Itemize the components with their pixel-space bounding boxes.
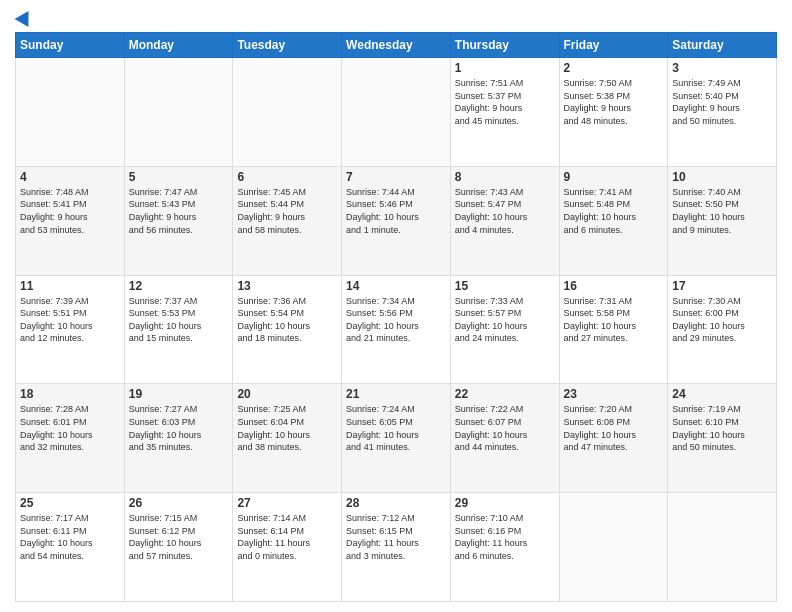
calendar-cell: 3Sunrise: 7:49 AM Sunset: 5:40 PM Daylig… xyxy=(668,58,777,167)
day-number: 6 xyxy=(237,170,337,184)
calendar-cell: 21Sunrise: 7:24 AM Sunset: 6:05 PM Dayli… xyxy=(342,384,451,493)
day-number: 23 xyxy=(564,387,664,401)
day-number: 21 xyxy=(346,387,446,401)
day-number: 22 xyxy=(455,387,555,401)
calendar-cell xyxy=(668,493,777,602)
day-number: 28 xyxy=(346,496,446,510)
day-info: Sunrise: 7:14 AM Sunset: 6:14 PM Dayligh… xyxy=(237,512,337,562)
day-number: 15 xyxy=(455,279,555,293)
weekday-header: Saturday xyxy=(668,33,777,58)
calendar-cell: 12Sunrise: 7:37 AM Sunset: 5:53 PM Dayli… xyxy=(124,275,233,384)
calendar-cell: 24Sunrise: 7:19 AM Sunset: 6:10 PM Dayli… xyxy=(668,384,777,493)
day-info: Sunrise: 7:12 AM Sunset: 6:15 PM Dayligh… xyxy=(346,512,446,562)
calendar-week-row: 18Sunrise: 7:28 AM Sunset: 6:01 PM Dayli… xyxy=(16,384,777,493)
day-info: Sunrise: 7:48 AM Sunset: 5:41 PM Dayligh… xyxy=(20,186,120,236)
calendar-cell: 23Sunrise: 7:20 AM Sunset: 6:08 PM Dayli… xyxy=(559,384,668,493)
day-info: Sunrise: 7:31 AM Sunset: 5:58 PM Dayligh… xyxy=(564,295,664,345)
day-info: Sunrise: 7:36 AM Sunset: 5:54 PM Dayligh… xyxy=(237,295,337,345)
calendar-cell: 20Sunrise: 7:25 AM Sunset: 6:04 PM Dayli… xyxy=(233,384,342,493)
day-number: 5 xyxy=(129,170,229,184)
calendar-header-row: SundayMondayTuesdayWednesdayThursdayFrid… xyxy=(16,33,777,58)
day-info: Sunrise: 7:17 AM Sunset: 6:11 PM Dayligh… xyxy=(20,512,120,562)
logo-icon xyxy=(15,7,36,27)
day-number: 16 xyxy=(564,279,664,293)
logo-text xyxy=(15,10,33,24)
calendar-cell: 22Sunrise: 7:22 AM Sunset: 6:07 PM Dayli… xyxy=(450,384,559,493)
calendar-cell: 15Sunrise: 7:33 AM Sunset: 5:57 PM Dayli… xyxy=(450,275,559,384)
calendar-cell xyxy=(342,58,451,167)
calendar-cell: 29Sunrise: 7:10 AM Sunset: 6:16 PM Dayli… xyxy=(450,493,559,602)
weekday-header: Thursday xyxy=(450,33,559,58)
calendar-cell: 25Sunrise: 7:17 AM Sunset: 6:11 PM Dayli… xyxy=(16,493,125,602)
day-number: 18 xyxy=(20,387,120,401)
calendar-cell: 7Sunrise: 7:44 AM Sunset: 5:46 PM Daylig… xyxy=(342,166,451,275)
day-number: 1 xyxy=(455,61,555,75)
calendar-cell: 4Sunrise: 7:48 AM Sunset: 5:41 PM Daylig… xyxy=(16,166,125,275)
page: SundayMondayTuesdayWednesdayThursdayFrid… xyxy=(0,0,792,612)
calendar-cell: 8Sunrise: 7:43 AM Sunset: 5:47 PM Daylig… xyxy=(450,166,559,275)
day-info: Sunrise: 7:28 AM Sunset: 6:01 PM Dayligh… xyxy=(20,403,120,453)
weekday-header: Monday xyxy=(124,33,233,58)
logo xyxy=(15,10,33,24)
calendar-cell: 11Sunrise: 7:39 AM Sunset: 5:51 PM Dayli… xyxy=(16,275,125,384)
day-number: 24 xyxy=(672,387,772,401)
day-number: 29 xyxy=(455,496,555,510)
calendar-week-row: 25Sunrise: 7:17 AM Sunset: 6:11 PM Dayli… xyxy=(16,493,777,602)
weekday-header: Sunday xyxy=(16,33,125,58)
day-number: 11 xyxy=(20,279,120,293)
weekday-header: Wednesday xyxy=(342,33,451,58)
day-info: Sunrise: 7:30 AM Sunset: 6:00 PM Dayligh… xyxy=(672,295,772,345)
day-info: Sunrise: 7:22 AM Sunset: 6:07 PM Dayligh… xyxy=(455,403,555,453)
calendar-week-row: 1Sunrise: 7:51 AM Sunset: 5:37 PM Daylig… xyxy=(16,58,777,167)
calendar-cell: 17Sunrise: 7:30 AM Sunset: 6:00 PM Dayli… xyxy=(668,275,777,384)
calendar-cell: 5Sunrise: 7:47 AM Sunset: 5:43 PM Daylig… xyxy=(124,166,233,275)
day-number: 12 xyxy=(129,279,229,293)
day-info: Sunrise: 7:19 AM Sunset: 6:10 PM Dayligh… xyxy=(672,403,772,453)
day-number: 20 xyxy=(237,387,337,401)
day-info: Sunrise: 7:10 AM Sunset: 6:16 PM Dayligh… xyxy=(455,512,555,562)
day-number: 14 xyxy=(346,279,446,293)
day-number: 13 xyxy=(237,279,337,293)
day-number: 3 xyxy=(672,61,772,75)
calendar-cell: 10Sunrise: 7:40 AM Sunset: 5:50 PM Dayli… xyxy=(668,166,777,275)
day-info: Sunrise: 7:25 AM Sunset: 6:04 PM Dayligh… xyxy=(237,403,337,453)
calendar-cell: 26Sunrise: 7:15 AM Sunset: 6:12 PM Dayli… xyxy=(124,493,233,602)
calendar-cell: 16Sunrise: 7:31 AM Sunset: 5:58 PM Dayli… xyxy=(559,275,668,384)
day-number: 25 xyxy=(20,496,120,510)
day-number: 27 xyxy=(237,496,337,510)
day-info: Sunrise: 7:34 AM Sunset: 5:56 PM Dayligh… xyxy=(346,295,446,345)
day-info: Sunrise: 7:24 AM Sunset: 6:05 PM Dayligh… xyxy=(346,403,446,453)
weekday-header: Friday xyxy=(559,33,668,58)
calendar-cell: 6Sunrise: 7:45 AM Sunset: 5:44 PM Daylig… xyxy=(233,166,342,275)
day-number: 4 xyxy=(20,170,120,184)
calendar-cell xyxy=(559,493,668,602)
calendar-table: SundayMondayTuesdayWednesdayThursdayFrid… xyxy=(15,32,777,602)
day-info: Sunrise: 7:41 AM Sunset: 5:48 PM Dayligh… xyxy=(564,186,664,236)
day-number: 9 xyxy=(564,170,664,184)
day-info: Sunrise: 7:37 AM Sunset: 5:53 PM Dayligh… xyxy=(129,295,229,345)
calendar-cell: 2Sunrise: 7:50 AM Sunset: 5:38 PM Daylig… xyxy=(559,58,668,167)
calendar-cell: 13Sunrise: 7:36 AM Sunset: 5:54 PM Dayli… xyxy=(233,275,342,384)
weekday-header: Tuesday xyxy=(233,33,342,58)
day-info: Sunrise: 7:44 AM Sunset: 5:46 PM Dayligh… xyxy=(346,186,446,236)
day-number: 19 xyxy=(129,387,229,401)
day-info: Sunrise: 7:20 AM Sunset: 6:08 PM Dayligh… xyxy=(564,403,664,453)
day-number: 7 xyxy=(346,170,446,184)
day-number: 17 xyxy=(672,279,772,293)
calendar-cell xyxy=(16,58,125,167)
calendar-cell: 28Sunrise: 7:12 AM Sunset: 6:15 PM Dayli… xyxy=(342,493,451,602)
calendar-cell: 9Sunrise: 7:41 AM Sunset: 5:48 PM Daylig… xyxy=(559,166,668,275)
day-info: Sunrise: 7:51 AM Sunset: 5:37 PM Dayligh… xyxy=(455,77,555,127)
calendar-cell xyxy=(124,58,233,167)
calendar-cell: 1Sunrise: 7:51 AM Sunset: 5:37 PM Daylig… xyxy=(450,58,559,167)
calendar-cell: 14Sunrise: 7:34 AM Sunset: 5:56 PM Dayli… xyxy=(342,275,451,384)
day-info: Sunrise: 7:40 AM Sunset: 5:50 PM Dayligh… xyxy=(672,186,772,236)
day-number: 2 xyxy=(564,61,664,75)
calendar-cell: 18Sunrise: 7:28 AM Sunset: 6:01 PM Dayli… xyxy=(16,384,125,493)
day-info: Sunrise: 7:45 AM Sunset: 5:44 PM Dayligh… xyxy=(237,186,337,236)
day-info: Sunrise: 7:33 AM Sunset: 5:57 PM Dayligh… xyxy=(455,295,555,345)
calendar-cell xyxy=(233,58,342,167)
day-number: 10 xyxy=(672,170,772,184)
calendar-week-row: 11Sunrise: 7:39 AM Sunset: 5:51 PM Dayli… xyxy=(16,275,777,384)
day-number: 26 xyxy=(129,496,229,510)
